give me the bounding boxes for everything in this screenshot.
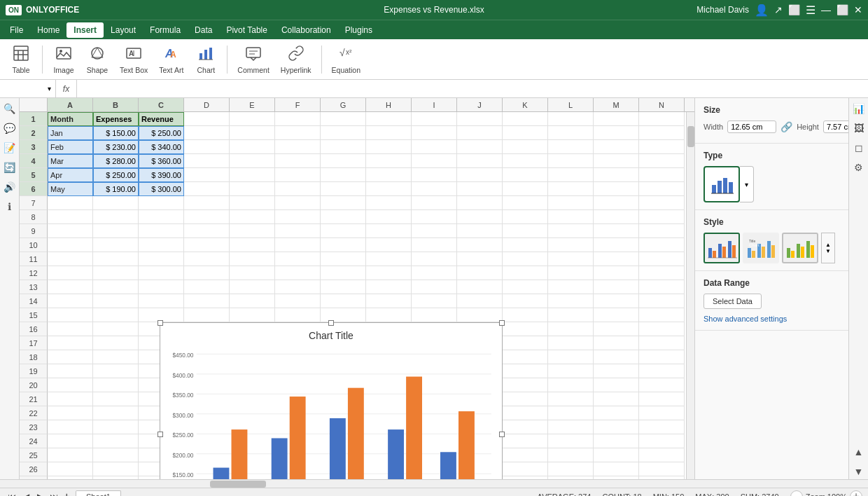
scrollbar-thumb[interactable] <box>687 126 694 147</box>
right-sidebar-image[interactable]: 🖼 <box>851 120 867 136</box>
cell-B19[interactable] <box>93 364 139 378</box>
chart-type-dropdown[interactable]: ▾ <box>740 166 754 202</box>
cell-G4[interactable] <box>321 154 366 168</box>
cell-C5[interactable]: $ 390.00 <box>139 168 184 182</box>
cell-K6[interactable] <box>503 182 548 196</box>
cell-K9[interactable] <box>503 224 548 238</box>
cell-N22[interactable] <box>639 406 685 420</box>
cell-G11[interactable] <box>321 252 366 266</box>
right-sidebar-arrow-up[interactable]: ▲ <box>851 444 867 460</box>
cell-J7[interactable] <box>457 196 503 210</box>
cell-E4[interactable] <box>230 154 275 168</box>
cell-E7[interactable] <box>230 196 275 210</box>
cell-N27[interactable] <box>639 476 685 479</box>
sidebar-chat[interactable]: 💬 <box>2 120 18 136</box>
cell-N12[interactable] <box>639 266 685 280</box>
last-sheet-btn[interactable]: ⏭ <box>48 490 60 497</box>
cell-H10[interactable] <box>366 238 412 252</box>
toolbar-shape[interactable]: Shape <box>82 42 113 77</box>
cell-M9[interactable] <box>594 224 639 238</box>
cell-D9[interactable] <box>184 224 230 238</box>
cell-K11[interactable] <box>503 252 548 266</box>
link-icon[interactable]: 🔗 <box>780 121 792 132</box>
cell-A21[interactable] <box>48 392 93 406</box>
col-header-L[interactable]: L <box>548 98 594 111</box>
cell-K21[interactable] <box>503 392 548 406</box>
cell-L12[interactable] <box>548 266 594 280</box>
cell-E1[interactable] <box>230 112 275 126</box>
cell-I4[interactable] <box>412 154 457 168</box>
cell-C3[interactable]: $ 340.00 <box>139 140 184 154</box>
cell-E12[interactable] <box>230 266 275 280</box>
cell-N17[interactable] <box>639 336 685 350</box>
cell-B2[interactable]: $ 150.00 <box>93 126 139 140</box>
menu-file[interactable]: File <box>3 22 30 38</box>
cell-A18[interactable] <box>48 350 93 364</box>
sidebar-search[interactable]: 🔍 <box>2 101 18 116</box>
cell-N23[interactable] <box>639 420 685 434</box>
cell-A7[interactable] <box>48 196 93 210</box>
chart-handle-tl[interactable] <box>158 320 163 326</box>
vertical-scrollbar[interactable] <box>686 112 694 479</box>
cell-L15[interactable] <box>548 308 594 322</box>
cell-M25[interactable] <box>594 448 639 462</box>
cell-N21[interactable] <box>639 392 685 406</box>
cell-L22[interactable] <box>548 406 594 420</box>
cell-L6[interactable] <box>548 182 594 196</box>
cell-C2[interactable]: $ 250.00 <box>139 126 184 140</box>
cell-C7[interactable] <box>139 196 184 210</box>
cell-N9[interactable] <box>639 224 685 238</box>
cell-G15[interactable] <box>321 308 366 322</box>
cell-A26[interactable] <box>48 462 93 476</box>
style-thumb-2[interactable]: Chart Title <box>743 233 779 263</box>
prev-sheet-btn[interactable]: ◀ <box>20 490 32 497</box>
cell-C8[interactable] <box>139 210 184 224</box>
cell-J9[interactable] <box>457 224 503 238</box>
cell-K24[interactable] <box>503 434 548 448</box>
cell-K3[interactable] <box>503 140 548 154</box>
cell-H8[interactable] <box>366 210 412 224</box>
cell-J15[interactable] <box>457 308 503 322</box>
menu-layout[interactable]: Layout <box>104 22 143 38</box>
cell-N10[interactable] <box>639 238 685 252</box>
cell-A25[interactable] <box>48 448 93 462</box>
cell-M4[interactable] <box>594 154 639 168</box>
cell-L27[interactable] <box>548 476 594 479</box>
cell-L5[interactable] <box>548 168 594 182</box>
chart-handle-mr[interactable] <box>499 432 505 437</box>
cell-A23[interactable] <box>48 420 93 434</box>
cell-E2[interactable] <box>230 126 275 140</box>
cell-K2[interactable] <box>503 126 548 140</box>
chart-handle-tr[interactable] <box>499 320 505 326</box>
cell-C14[interactable] <box>139 294 184 308</box>
cell-L20[interactable] <box>548 378 594 392</box>
cell-K22[interactable] <box>503 406 548 420</box>
cell-I2[interactable] <box>412 126 457 140</box>
cell-A24[interactable] <box>48 434 93 448</box>
cell-F9[interactable] <box>275 224 321 238</box>
fullscreen-icon[interactable]: ⬜ <box>788 4 800 15</box>
cell-H12[interactable] <box>366 266 412 280</box>
cell-F12[interactable] <box>275 266 321 280</box>
cell-A20[interactable] <box>48 378 93 392</box>
cell-C11[interactable] <box>139 252 184 266</box>
cell-J13[interactable] <box>457 280 503 294</box>
cell-M18[interactable] <box>594 350 639 364</box>
show-advanced-link[interactable]: Show advanced settings <box>704 315 840 323</box>
cell-K1[interactable] <box>503 112 548 126</box>
cell-L11[interactable] <box>548 252 594 266</box>
menu-icon[interactable]: ☰ <box>806 4 816 17</box>
cell-N25[interactable] <box>639 448 685 462</box>
cell-D11[interactable] <box>184 252 230 266</box>
cell-A22[interactable] <box>48 406 93 420</box>
cell-L21[interactable] <box>548 392 594 406</box>
cell-K25[interactable] <box>503 448 548 462</box>
cell-M23[interactable] <box>594 420 639 434</box>
cell-G10[interactable] <box>321 238 366 252</box>
close-icon[interactable]: ✕ <box>854 4 862 15</box>
cell-I12[interactable] <box>412 266 457 280</box>
cell-H14[interactable] <box>366 294 412 308</box>
cell-F13[interactable] <box>275 280 321 294</box>
cell-B6[interactable]: $ 190.00 <box>93 182 139 196</box>
cell-K26[interactable] <box>503 462 548 476</box>
